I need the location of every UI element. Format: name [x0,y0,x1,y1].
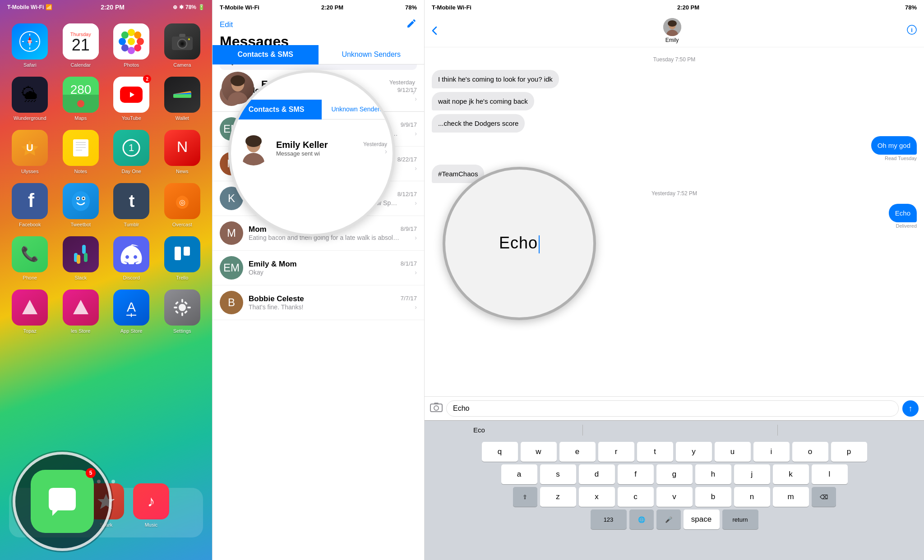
key-l[interactable]: l [812,464,848,484]
svg-marker-57 [22,300,37,314]
kathleen-chevron: › [415,199,417,207]
key-x[interactable]: x [579,487,615,507]
key-m[interactable]: m [773,487,809,507]
chat-send-button[interactable]: ↑ [902,400,919,417]
key-shift[interactable]: ⇧ [513,487,537,507]
chat-contact-info: Emily [663,18,681,43]
key-o[interactable]: o [792,442,828,462]
keyboard-row-2: a s d f g h j k l [427,464,921,484]
key-i[interactable]: i [753,442,790,462]
tab-unknown-senders[interactable]: Unknown Senders [319,45,425,64]
key-r[interactable]: r [598,442,634,462]
app-notes[interactable]: Notes [60,130,102,174]
search-tabs: Contacts & SMS Unknown Senders [213,45,424,64]
app-trello[interactable]: Trello [162,236,203,280]
svg-point-46 [83,197,84,199]
key-g[interactable]: g [656,464,693,484]
app-slack[interactable]: Slack [60,236,102,280]
key-k[interactable]: k [773,464,809,484]
key-s[interactable]: s [540,464,576,484]
key-d[interactable]: d [579,464,615,484]
messages-compose-button[interactable] [406,18,417,32]
battery-percent: 78% [185,4,196,10]
key-w[interactable]: w [521,442,557,462]
app-calendar[interactable]: Thursday 21 Calendar [60,23,102,68]
key-j[interactable]: j [734,464,770,484]
key-y[interactable]: y [676,442,712,462]
app-youtube[interactable]: 2 YouTube [111,77,152,121]
key-globe[interactable]: 🌐 [629,510,654,529]
tab-contacts-sms[interactable]: Contacts & SMS [213,45,319,64]
suggestion-left[interactable]: Eco [473,426,485,434]
app-appstore[interactable]: A App Store [111,289,152,334]
app-settings[interactable]: Settings [162,289,203,334]
appstore-icon: A [113,289,149,326]
key-z[interactable]: z [540,487,576,507]
key-space[interactable]: space [684,510,720,529]
key-b[interactable]: b [695,487,731,507]
emily-mom2-meta: 8/1/17 › [401,260,417,276]
app-overcast[interactable]: ◎ Overcast [162,183,203,227]
messages-edit-button[interactable]: Edit [220,20,233,29]
messages-badge: 5 [86,468,96,478]
app-safari[interactable]: Safari [9,23,51,68]
app-camera[interactable]: Camera [162,23,203,68]
svg-rect-90 [434,403,439,404]
app-photos[interactable]: Photos [111,23,152,68]
app-tumblr[interactable]: t Tumblr [111,183,152,227]
chat-back-button[interactable] [432,26,437,35]
svg-point-81 [245,135,262,147]
svg-rect-31 [173,94,191,98]
svg-point-89 [434,406,439,410]
wunderground-icon: 🌦 [12,77,48,113]
key-t[interactable]: t [637,442,673,462]
phone2-battery: 78% [405,4,417,11]
key-h[interactable]: h [695,464,731,484]
app-wunderground[interactable]: 🌦 Wunderground [9,77,51,121]
key-numbers[interactable]: 123 [591,510,627,529]
topaz-label: Topaz [23,328,37,334]
key-mic[interactable]: 🎤 [656,510,681,529]
wunderground-label: Wunderground [14,115,46,121]
battery-icon: 🔋 [198,4,205,10]
emily-mom-meta: 9/9/17 › [401,121,417,137]
chat-text-input[interactable]: Echo [446,400,899,417]
trello-label: Trello [176,275,188,280]
key-u[interactable]: u [715,442,751,462]
key-a[interactable]: a [501,464,537,484]
app-wallet[interactable]: Wallet [162,77,203,121]
app-maps[interactable]: 280 Maps [60,77,102,121]
key-return[interactable]: return [722,510,758,529]
dock-music[interactable]: ♪ Music [133,483,169,528]
calendar-icon: Thursday 21 [63,23,99,60]
app-tweetbot[interactable]: Tweetbot [60,183,102,227]
app-dayone[interactable]: 1 Day One [111,130,152,174]
key-p[interactable]: p [831,442,867,462]
app-news[interactable]: N News [162,130,203,174]
app-facebook[interactable]: f Facebook [9,183,51,227]
news-label: News [176,169,189,174]
app-topaz[interactable]: Topaz [9,289,51,334]
kathleen-date: 8/12/17 [397,191,417,197]
key-f[interactable]: f [618,464,654,484]
key-delete[interactable]: ⌫ [812,487,836,507]
messages-header: Edit [213,14,424,33]
key-q[interactable]: q [482,442,518,462]
chat-camera-button[interactable] [430,402,443,416]
chat-info-button[interactable]: i [907,25,917,37]
svg-point-12 [128,47,135,54]
key-e[interactable]: e [559,442,596,462]
kathleen-meta: 8/12/17 › [397,191,417,207]
conversation-emily-mom2[interactable]: EM Emily & Mom Okay 8/1/17 › [213,251,424,285]
key-c[interactable]: c [618,487,654,507]
safari-label: Safari [23,62,37,68]
app-ulysses[interactable]: U Ulysses [9,130,51,174]
key-n[interactable]: n [734,487,770,507]
key-v[interactable]: v [656,487,693,507]
conversation-bobbie[interactable]: B Bobbie Celeste That's fine. Thanks! 7/… [213,285,424,320]
les-store-label: les Store [71,328,90,334]
app-les-store[interactable]: les Store [60,289,102,334]
app-discord[interactable]: Discord [111,236,152,280]
svg-point-10 [137,38,144,45]
app-phone[interactable]: 📞 Phone [9,236,51,280]
